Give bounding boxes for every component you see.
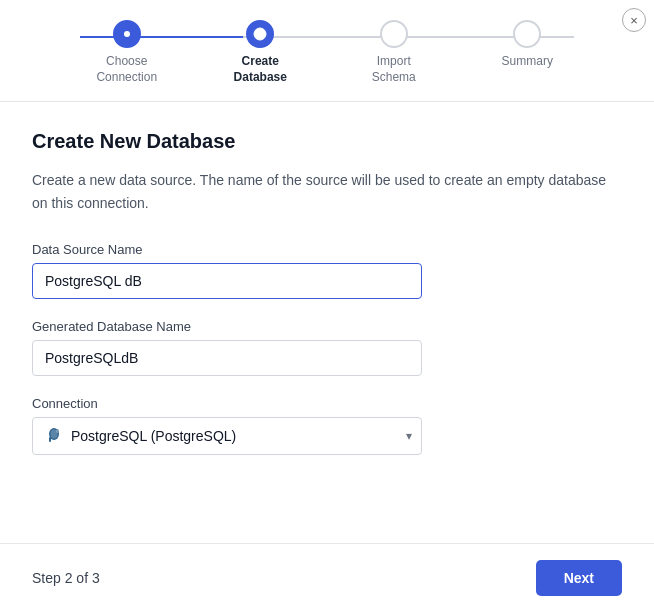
stepper-label-2: CreateDatabase	[234, 54, 287, 85]
stepper-circle-4	[513, 20, 541, 48]
connection-group: Connection PostgreSQL (PostgreSQL) ▾	[32, 396, 622, 455]
data-source-name-group: Data Source Name	[32, 242, 622, 299]
data-source-name-label: Data Source Name	[32, 242, 622, 257]
generated-db-name-label: Generated Database Name	[32, 319, 622, 334]
postgresql-icon	[45, 427, 63, 445]
stepper-label-3: ImportSchema	[372, 54, 416, 85]
close-icon: ×	[630, 13, 638, 28]
stepper-circle-2	[246, 20, 274, 48]
connection-value: PostgreSQL (PostgreSQL)	[71, 428, 236, 444]
connection-select-wrapper: PostgreSQL (PostgreSQL) ▾	[32, 417, 422, 455]
svg-point-1	[124, 31, 130, 37]
connection-select[interactable]: PostgreSQL (PostgreSQL) ▾	[32, 417, 422, 455]
stepper-item-4: Summary	[461, 20, 595, 70]
data-source-name-input[interactable]	[32, 263, 422, 299]
generated-db-name-group: Generated Database Name	[32, 319, 622, 376]
stepper-circle-1	[113, 20, 141, 48]
chevron-down-icon: ▾	[406, 429, 412, 443]
page-title: Create New Database	[32, 130, 622, 153]
stepper-item-1: ChooseConnection	[60, 20, 194, 85]
next-button[interactable]: Next	[536, 560, 622, 596]
svg-point-8	[56, 429, 60, 433]
page-description: Create a new data source. The name of th…	[32, 169, 622, 214]
generated-db-name-input[interactable]	[32, 340, 422, 376]
stepper-label-1: ChooseConnection	[96, 54, 157, 85]
stepper-item-3: ImportSchema	[327, 20, 461, 85]
stepper-circle-3	[380, 20, 408, 48]
svg-rect-6	[49, 437, 51, 442]
step-indicator: Step 2 of 3	[32, 570, 100, 586]
main-content: Create New Database Create a new data so…	[0, 102, 654, 455]
close-button[interactable]: ×	[622, 8, 646, 32]
stepper: ChooseConnection CreateDatabase ImportSc…	[0, 0, 654, 102]
connection-label: Connection	[32, 396, 622, 411]
footer: Step 2 of 3 Next	[0, 543, 654, 612]
svg-point-3	[257, 31, 263, 37]
stepper-items: ChooseConnection CreateDatabase ImportSc…	[60, 20, 594, 85]
stepper-label-4: Summary	[502, 54, 553, 70]
stepper-item-2: CreateDatabase	[194, 20, 328, 85]
